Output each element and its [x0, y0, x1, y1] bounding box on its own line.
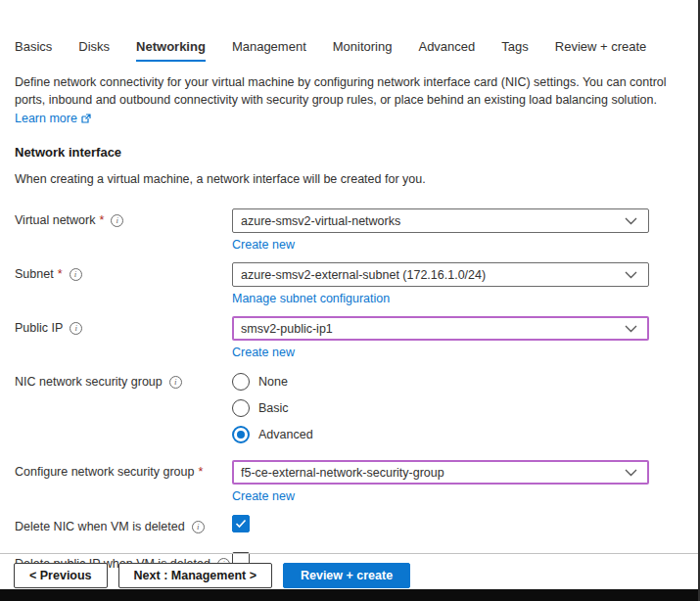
required-asterisk: *: [198, 465, 203, 479]
info-icon[interactable]: i: [111, 214, 123, 227]
configure-nsg-value: f5-ce-external-network-security-group: [241, 466, 444, 480]
virtual-network-row: Virtual network*i azure-smsv2-virtual-ne…: [15, 208, 698, 253]
radio-dot: [237, 431, 245, 439]
tab-networking[interactable]: Networking: [136, 39, 206, 62]
radio-label-advanced: Advanced: [258, 428, 313, 441]
chevron-down-icon: [625, 325, 637, 333]
checkmark-icon: [235, 515, 247, 532]
manage-subnet-configuration-link[interactable]: Manage subnet configuration: [232, 292, 390, 305]
public-ip-create-new-link[interactable]: Create new: [232, 346, 295, 359]
virtual-network-label: Virtual network*i: [15, 208, 232, 227]
public-ip-dropdown[interactable]: smsv2-public-ip1: [232, 316, 649, 341]
chevron-down-icon: [625, 217, 637, 225]
subnet-label: Subnet*i: [15, 262, 232, 281]
configure-nsg-create-new-link[interactable]: Create new: [232, 489, 295, 503]
configure-nsg-row: Configure network security group* f5-ce-…: [15, 460, 698, 504]
info-icon[interactable]: i: [192, 521, 205, 533]
radio-button-icon: [232, 373, 250, 391]
radio-label-basic: Basic: [258, 401, 289, 415]
radio-option-none[interactable]: None: [232, 373, 649, 391]
chevron-down-icon: [625, 271, 637, 279]
radio-option-advanced[interactable]: Advanced: [232, 426, 649, 443]
virtual-network-value: azure-smsv2-virtual-networks: [241, 214, 400, 228]
page-description: Define network connectivity for your vir…: [15, 74, 683, 109]
networking-form: Virtual network*i azure-smsv2-virtual-ne…: [15, 208, 698, 601]
info-icon[interactable]: i: [70, 322, 82, 335]
previous-button[interactable]: < Previous: [14, 563, 108, 588]
section-heading-network-interface: Network interface: [15, 145, 698, 160]
tab-advanced[interactable]: Advanced: [418, 39, 475, 62]
nic-nsg-label: NIC network security groupi: [15, 373, 232, 389]
tab-basics[interactable]: Basics: [15, 39, 52, 62]
delete-nic-label: Delete NIC when VM is deletedi: [15, 515, 232, 533]
learn-more-link[interactable]: Learn more: [15, 112, 91, 125]
configure-nsg-label-text: Configure network security group: [15, 465, 194, 479]
wizard-tab-strip: Basics Disks Networking Management Monit…: [0, 0, 698, 62]
public-ip-value: smsv2-public-ip1: [241, 322, 333, 336]
subnet-value: azure-smsv2-external-subnet (172.16.1.0/…: [241, 268, 486, 282]
nic-nsg-row: NIC network security groupi None Basic A…: [15, 373, 698, 452]
delete-nic-label-text: Delete NIC when VM is deleted: [15, 520, 185, 533]
chevron-down-icon: [625, 469, 637, 477]
external-link-icon: [81, 114, 91, 123]
info-icon[interactable]: i: [70, 268, 82, 281]
tab-review-create[interactable]: Review + create: [555, 39, 647, 62]
subnet-label-text: Subnet: [15, 267, 54, 281]
required-asterisk: *: [58, 267, 63, 281]
configure-nsg-dropdown[interactable]: f5-ce-external-network-security-group: [232, 460, 649, 485]
review-create-button[interactable]: Review + create: [283, 563, 410, 588]
public-ip-label: Public IPi: [15, 316, 232, 335]
public-ip-row: Public IPi smsv2-public-ip1 Create new: [15, 316, 698, 360]
subnet-dropdown[interactable]: azure-smsv2-external-subnet (172.16.1.0/…: [232, 262, 649, 287]
subnet-row: Subnet*i azure-smsv2-external-subnet (17…: [15, 262, 698, 306]
section-intro-text: When creating a virtual machine, a netwo…: [15, 172, 698, 186]
configure-nsg-label: Configure network security group*: [15, 460, 232, 479]
required-asterisk: *: [99, 213, 104, 227]
window-bottom-edge: [0, 589, 698, 601]
tab-tags[interactable]: Tags: [501, 39, 528, 62]
footer-divider: [0, 553, 698, 555]
learn-more-label: Learn more: [15, 112, 77, 125]
delete-nic-row: Delete NIC when VM is deletedi: [15, 515, 698, 533]
virtual-network-label-text: Virtual network: [15, 213, 95, 227]
virtual-network-dropdown[interactable]: azure-smsv2-virtual-networks: [232, 208, 649, 233]
tab-management[interactable]: Management: [232, 39, 306, 62]
networking-tab-page: Basics Disks Networking Management Monit…: [0, 0, 700, 601]
radio-label-none: None: [258, 375, 288, 389]
info-icon[interactable]: i: [169, 376, 182, 389]
virtual-network-create-new-link[interactable]: Create new: [232, 238, 295, 252]
next-management-button[interactable]: Next : Management >: [118, 563, 272, 588]
radio-option-basic[interactable]: Basic: [232, 399, 649, 417]
delete-nic-checkbox[interactable]: [232, 515, 250, 532]
radio-button-selected-icon: [232, 426, 250, 443]
tab-monitoring[interactable]: Monitoring: [333, 39, 393, 62]
radio-button-icon: [232, 399, 250, 417]
wizard-footer: < Previous Next : Management > Review + …: [14, 563, 410, 588]
tab-disks[interactable]: Disks: [78, 39, 110, 62]
public-ip-label-text: Public IP: [15, 321, 63, 335]
nic-nsg-label-text: NIC network security group: [15, 375, 163, 389]
